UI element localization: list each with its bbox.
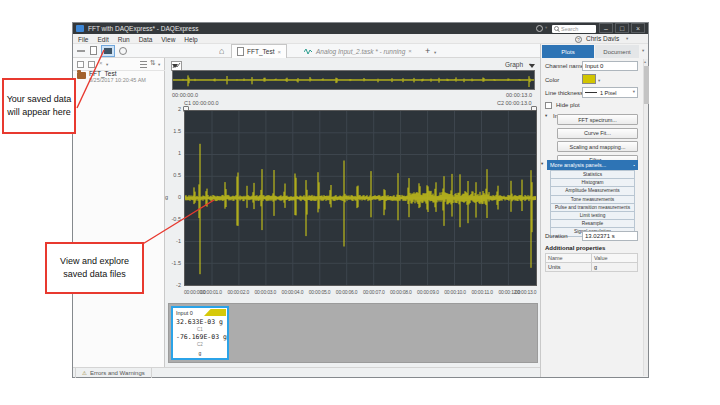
tree-item-fft-test[interactable]: FFT_Test	[89, 70, 116, 77]
new-tab-caret-icon[interactable]: ▾	[434, 51, 436, 56]
tree-item-timestamp: 8/25/2017 10:20:45 AM	[89, 77, 146, 83]
menu-file[interactable]: File	[78, 36, 88, 43]
tab-label: FFT_Test	[247, 48, 274, 55]
scroll-up-icon[interactable]: ▴	[644, 59, 646, 64]
x-tick-label: 00:00:03.0	[254, 289, 276, 295]
channel-name-field[interactable]: Input 0	[582, 61, 638, 71]
panel-scrollbar[interactable]: ▴	[643, 59, 648, 376]
account-icon[interactable]	[536, 25, 543, 32]
x-tick-label: 00:00:06.0	[336, 289, 358, 295]
x-tick-label: 00:00:01.0	[200, 289, 222, 295]
hide-plot-checkbox[interactable]	[545, 102, 552, 109]
curve-fit-button[interactable]: Curve Fit...	[557, 128, 638, 139]
table-row[interactable]: Units g	[546, 263, 638, 272]
y-tick-label: -2	[158, 283, 181, 289]
scaling-and-mapping-button[interactable]: Scaling and mapping...	[557, 141, 638, 152]
line-sample	[585, 92, 597, 93]
x-tick-label: 00:00:02.0	[227, 289, 249, 295]
cursor1-name: C1	[173, 327, 227, 332]
new-tab-button[interactable]: +	[425, 46, 430, 56]
record-icon[interactable]	[119, 47, 127, 55]
scrollbar-thumb[interactable]	[644, 66, 649, 104]
line-thickness-dropdown[interactable]: 1 Pixel ▾	[582, 87, 638, 98]
navigator-waveform	[173, 71, 534, 89]
hide-plot-label: Hide plot	[556, 102, 580, 108]
delete-icon[interactable]: ×	[99, 60, 103, 66]
menu-bar: FileEditRunDataViewHelp	[73, 34, 648, 44]
tab-plots[interactable]: Plots	[542, 45, 594, 58]
callout-saved-data: Your saved data will appear here	[2, 78, 76, 134]
y-axis: 21.510.50-0.5-1-1.5-2	[158, 110, 181, 292]
navigator-chart[interactable]	[172, 70, 535, 90]
errors-warnings-label: Errors and Warnings	[90, 370, 145, 376]
y-tick-label: 1	[158, 151, 181, 157]
new-document-icon[interactable]	[90, 46, 97, 55]
account-caret-icon[interactable]: ▾	[545, 26, 547, 31]
nav-end-label: 00:00:13.0	[506, 92, 532, 98]
nav-start-label: 00:00:00.0	[172, 92, 198, 98]
more-analysis-panels-dropdown[interactable]: More analysis panels... ▪	[547, 160, 638, 170]
home-icon[interactable]: ⌂	[219, 45, 224, 57]
user-menu[interactable]: Chris Davis	[586, 35, 619, 42]
y-tick-label: 2	[158, 107, 181, 113]
more-panels-pin-icon[interactable]: ▪	[634, 163, 635, 168]
x-tick-label: 00:00:08.0	[390, 289, 412, 295]
panel-menu-icon[interactable]: ▾	[642, 49, 644, 54]
data-navigation-glyph	[104, 48, 112, 54]
add-group-icon[interactable]	[77, 61, 84, 68]
status-bar: ⚠ Errors and Warnings	[73, 367, 540, 377]
more-panels-caret-icon[interactable]: ▾	[541, 162, 543, 167]
cursor2-name: C2	[173, 342, 227, 347]
cursor1-label: C1 00:00:00.0	[184, 100, 219, 106]
line-thickness-label: Line thickness	[545, 90, 583, 96]
help-icon[interactable]: ?	[575, 36, 582, 43]
tab-analog-input[interactable]: Analog Input_2.task * - running ×	[299, 44, 417, 58]
restore-button[interactable]: □	[615, 23, 629, 33]
menu-edit[interactable]: Edit	[97, 36, 108, 43]
errors-warnings-tab[interactable]: ⚠ Errors and Warnings	[75, 368, 152, 378]
nav-cursor-right-icon[interactable]	[529, 64, 535, 68]
legend-unit: g	[173, 350, 227, 356]
cursor2-value: -76.169E-03 g	[176, 333, 227, 341]
list-view-icon[interactable]	[140, 61, 147, 68]
menu-run[interactable]: Run	[118, 36, 130, 43]
color-label: Color	[545, 77, 559, 83]
legend-card[interactable]: Input 0 32.633E-03 g C1 -76.169E-03 g C2…	[171, 306, 229, 360]
graph-view-selector[interactable]: Graph	[505, 61, 523, 68]
x-tick-label: 00:00:11.0	[472, 289, 493, 295]
sort-icon[interactable]: ⇅	[150, 59, 156, 67]
sort-caret-icon[interactable]: ▾	[158, 63, 160, 68]
user-caret-icon[interactable]: ▾	[626, 37, 628, 42]
legend-color-swatch	[204, 309, 226, 316]
color-swatch[interactable]	[582, 74, 596, 84]
cursor2-label: C2 00:00:13.0	[497, 100, 532, 106]
minimize-button[interactable]: –	[599, 23, 613, 33]
tab-document[interactable]: Document	[595, 45, 639, 58]
menu-view[interactable]: View	[161, 36, 175, 43]
tab-fft-test[interactable]: FFT_Test ×	[231, 44, 287, 58]
menu-data[interactable]: Data	[139, 36, 153, 43]
y-unit-label: g	[165, 194, 168, 200]
fft-spectrum-button[interactable]: FFT spectrum...	[557, 114, 638, 125]
additional-properties-header: Additional properties	[545, 245, 605, 251]
collapse-icon[interactable]	[77, 50, 85, 52]
app-logo-icon	[76, 25, 84, 32]
filter-caret-icon[interactable]: ▾	[106, 63, 108, 68]
x-tick-label: 00:00:13.0	[515, 289, 537, 295]
main-chart[interactable]	[184, 110, 537, 286]
tab-close-icon[interactable]: ×	[277, 49, 281, 55]
interactive-analysis-caret-icon[interactable]: ▾	[545, 114, 547, 119]
close-button[interactable]: ×	[631, 23, 645, 33]
callout-explore-data: View and explore saved data files	[45, 242, 144, 294]
cursor1-value: 32.633E-03 g	[176, 318, 223, 326]
color-caret-icon[interactable]: ▾	[598, 79, 600, 84]
search-box[interactable]: Search	[552, 25, 596, 33]
tab-close-icon[interactable]: ×	[408, 48, 412, 54]
duration-field[interactable]: 13.02371 s	[582, 231, 638, 241]
nav-cursor-left-icon[interactable]	[172, 64, 178, 68]
line-thickness-caret-icon: ▾	[633, 90, 635, 95]
data-navigation-icon[interactable]	[101, 45, 115, 57]
edit-icon[interactable]	[88, 61, 95, 68]
menu-help[interactable]: Help	[184, 36, 197, 43]
y-tick-label: 0.5	[158, 173, 181, 179]
